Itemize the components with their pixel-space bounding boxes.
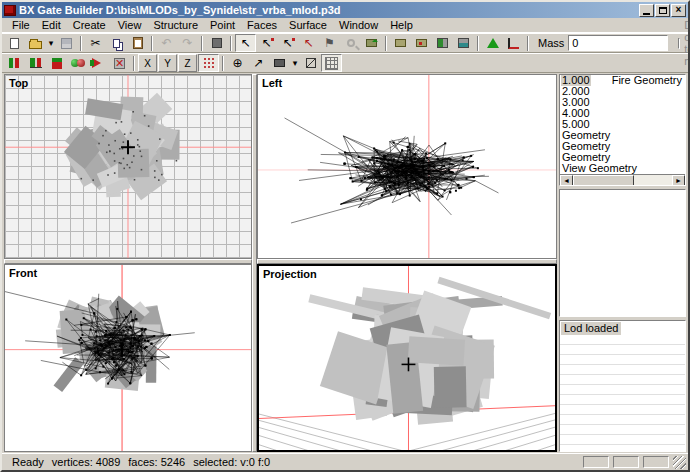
log-line [560, 425, 685, 435]
status-panel-box [613, 456, 639, 468]
viewport-left-canvas[interactable] [258, 75, 556, 258]
copy-button[interactable] [106, 34, 127, 52]
lod-item-value[interactable]: View Geometry [561, 163, 638, 174]
menu-surface[interactable]: Surface [283, 18, 333, 32]
viewport-top[interactable]: Top [4, 74, 252, 259]
zoom-icon [347, 39, 355, 47]
crosshair-icon: ⊕ [232, 57, 242, 69]
menu-view[interactable]: View [112, 18, 148, 32]
axis-z-button[interactable]: Z [178, 54, 197, 72]
log-line [560, 405, 685, 415]
lod-list[interactable]: 1.000 Fire Geometry 2.000 3.000 4.000 5.… [559, 74, 686, 186]
status-panel-box [583, 456, 609, 468]
select-points-add-button[interactable]: ↖ [277, 34, 298, 52]
log-line [560, 435, 685, 445]
vertex-bars-button[interactable] [4, 54, 25, 72]
close-icon: × [676, 5, 682, 15]
separator [222, 56, 224, 71]
box-points-button[interactable] [411, 34, 432, 52]
arrow-pair-button[interactable] [88, 54, 109, 72]
zoom-button[interactable] [340, 34, 361, 52]
select-points-add-icon: ↖ [282, 37, 292, 49]
close-button[interactable]: × [671, 4, 686, 17]
open-button[interactable] [25, 34, 46, 52]
square-dot-button[interactable] [25, 54, 46, 72]
mirror-h-button[interactable] [453, 34, 474, 52]
save-button[interactable] [56, 34, 77, 52]
box-icon [395, 39, 406, 47]
move-arrow-button[interactable]: ↗ [248, 54, 269, 72]
viewport-projection-label: Projection [263, 268, 317, 280]
select-rect-button[interactable]: ↖ [235, 34, 256, 52]
separator [133, 56, 135, 71]
scroll-left-button[interactable]: ◄ [560, 175, 573, 186]
save-icon [61, 38, 72, 49]
maximize-button[interactable] [655, 4, 670, 17]
box-button[interactable] [390, 34, 411, 52]
menu-structure[interactable]: Structure [147, 18, 204, 32]
menu-edit[interactable]: Edit [36, 18, 67, 32]
stop-button[interactable] [206, 34, 227, 52]
wire-box-button[interactable] [300, 54, 321, 72]
menu-faces[interactable]: Faces [241, 18, 283, 32]
lod-list-hscrollbar[interactable]: ◄ ► [560, 174, 685, 186]
lasso-select-button[interactable]: ↖ [298, 34, 319, 52]
mirror-v-button[interactable] [432, 34, 453, 52]
axis-x-button[interactable]: X [138, 54, 157, 72]
redo-button[interactable]: ↷ [177, 34, 198, 52]
viewport-top-canvas[interactable] [5, 75, 251, 258]
open-folder-icon [29, 41, 42, 49]
status-selected: selected: v:0 f:0 [193, 456, 270, 468]
resize-grip[interactable] [673, 456, 686, 469]
log-line [560, 445, 685, 452]
separator [230, 36, 232, 51]
scroll-right-button[interactable]: ► [672, 175, 685, 186]
move-points-button[interactable] [198, 54, 219, 72]
cut-button[interactable]: ✂ [85, 34, 106, 52]
scroll-track[interactable] [573, 175, 672, 186]
app-icon [4, 5, 16, 16]
select-rect-icon: ↖ [240, 37, 250, 49]
paint-select-button[interactable]: ⚑ [319, 34, 340, 52]
menu-create[interactable]: Create [67, 18, 112, 32]
scroll-thumb[interactable] [573, 175, 634, 186]
move-points-icon [203, 57, 215, 69]
menu-file[interactable]: File [6, 18, 36, 32]
minimize-button[interactable] [639, 4, 654, 17]
spheres-button[interactable] [67, 54, 88, 72]
viewport-front-canvas[interactable] [5, 265, 251, 451]
viewport-front[interactable]: Front [4, 264, 252, 452]
center-button[interactable]: ⊕ [227, 54, 248, 72]
menu-point[interactable]: Point [204, 18, 241, 32]
delete-selection-button[interactable] [109, 54, 130, 72]
select-points-button[interactable]: ↖ [256, 34, 277, 52]
undo-button[interactable]: ↶ [156, 34, 177, 52]
dropdown-icon: ▾ [49, 39, 54, 48]
paste-button[interactable] [127, 34, 148, 52]
mirror-vertical-icon [437, 38, 448, 48]
separator [385, 36, 387, 51]
menu-help[interactable]: Help [384, 18, 419, 32]
lasso-select-icon: ↖ [303, 37, 313, 49]
title-bar[interactable]: BX Gate Builder D:\bis\MLODs_by_Synide\s… [2, 2, 688, 18]
mass-input[interactable] [568, 35, 668, 51]
status-vertices: vertices: 4089 [52, 456, 120, 468]
open-dropdown-button[interactable]: ▾ [46, 34, 56, 52]
triangle-button[interactable] [482, 34, 503, 52]
fill-mode-dropdown[interactable]: ▾ [290, 54, 300, 72]
fill-mode-button[interactable] [269, 54, 290, 72]
axes-button[interactable] [503, 34, 524, 52]
import-button[interactable] [361, 34, 382, 52]
viewport-projection-canvas[interactable] [259, 266, 555, 450]
axis-y-button[interactable]: Y [158, 54, 177, 72]
separator [527, 36, 529, 51]
red-bar-button[interactable] [46, 54, 67, 72]
new-button[interactable] [4, 34, 25, 52]
lod-item[interactable]: View Geometry [560, 163, 685, 174]
menu-window[interactable]: Window [333, 18, 384, 32]
viewport-projection[interactable]: Projection [257, 264, 557, 452]
log-line [560, 385, 685, 395]
grid-toggle-button[interactable] [321, 54, 342, 72]
mass-checkbox[interactable] [678, 38, 680, 49]
viewport-left[interactable]: Left [257, 74, 557, 259]
